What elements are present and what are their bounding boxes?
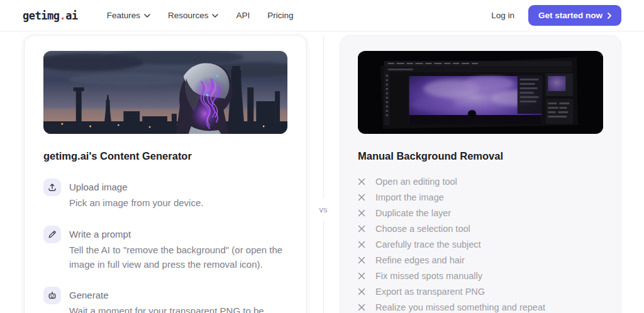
top-navigation-bar: getimg.ai Features Resources API Pricing… bbox=[0, 0, 644, 31]
step-generate: Generate Wait a moment for your transpar… bbox=[43, 287, 287, 313]
pencil-icon bbox=[43, 226, 61, 243]
list-item: Export as transparent PNG bbox=[358, 283, 603, 299]
get-started-label: Get started now bbox=[538, 11, 602, 20]
x-icon bbox=[358, 256, 365, 264]
step-description: Tell the AI to "remove the background" (… bbox=[69, 243, 287, 272]
main-nav: Features Resources API Pricing bbox=[107, 11, 294, 20]
content-generator-card: getimg.ai's Content Generator Upload ima… bbox=[24, 35, 307, 313]
step-description: Wait a moment for your transparent PNG t… bbox=[69, 304, 287, 313]
step-title: Generate bbox=[69, 287, 287, 300]
list-item-label: Refine edges and hair bbox=[375, 255, 465, 265]
x-icon bbox=[358, 272, 365, 280]
chevron-right-icon bbox=[608, 13, 611, 19]
x-icon bbox=[358, 288, 365, 295]
vertical-divider bbox=[323, 35, 324, 313]
list-item-label: Choose a selection tool bbox=[375, 224, 470, 234]
list-item: Refine edges and hair bbox=[358, 252, 603, 268]
comparison-section: getimg.ai's Content Generator Upload ima… bbox=[0, 31, 644, 313]
list-item-label: Carefully trace the subject bbox=[375, 239, 481, 250]
step-write-prompt: Write a prompt Tell the AI to "remove th… bbox=[43, 226, 287, 272]
get-started-button[interactable]: Get started now bbox=[528, 5, 621, 26]
list-item: Realize you missed something and repeat bbox=[358, 299, 603, 313]
list-item-label: Fix missed spots manually bbox=[375, 271, 482, 281]
logo-text-suffix: ai bbox=[65, 9, 77, 22]
list-item-label: Open an editing tool bbox=[375, 177, 457, 187]
content-generator-image bbox=[43, 51, 287, 134]
list-item: Open an editing tool bbox=[358, 173, 603, 189]
list-item: Import the image bbox=[358, 189, 603, 205]
chevron-down-icon bbox=[144, 14, 150, 18]
step-title: Write a prompt bbox=[69, 226, 287, 239]
list-item-label: Realize you missed something and repeat bbox=[375, 302, 545, 312]
logo-dot: . bbox=[59, 9, 65, 22]
upload-icon bbox=[43, 178, 61, 196]
x-icon bbox=[358, 209, 365, 217]
list-item-label: Import the image bbox=[375, 192, 444, 202]
list-item-label: Duplicate the layer bbox=[375, 208, 451, 218]
chevron-down-icon bbox=[212, 14, 218, 18]
logo-text: getimg bbox=[23, 9, 59, 22]
nav-label: API bbox=[236, 11, 250, 20]
nav-item-api[interactable]: API bbox=[236, 11, 250, 20]
step-upload-image: Upload image Pick an image from your dev… bbox=[43, 178, 287, 211]
steps-list: Upload image Pick an image from your dev… bbox=[43, 178, 287, 313]
list-item: Fix missed spots manually bbox=[358, 268, 603, 283]
step-title: Upload image bbox=[69, 178, 203, 192]
x-icon bbox=[358, 178, 365, 185]
manual-removal-card: Manual Background Removal Open an editin… bbox=[340, 35, 621, 313]
right-card-title: Manual Background Removal bbox=[358, 150, 603, 162]
robot-icon bbox=[43, 287, 61, 304]
nav-label: Pricing bbox=[267, 11, 293, 20]
left-card-title: getimg.ai's Content Generator bbox=[43, 150, 287, 162]
list-item-label: Export as transparent PNG bbox=[375, 287, 485, 297]
x-icon bbox=[358, 241, 365, 248]
list-item: Carefully trace the subject bbox=[358, 236, 603, 252]
manual-removal-image bbox=[358, 51, 603, 134]
header-actions: Log in Get started now bbox=[491, 5, 621, 26]
nav-item-pricing[interactable]: Pricing bbox=[267, 11, 293, 20]
vs-label: vs bbox=[318, 199, 329, 221]
getimg-logo[interactable]: getimg.ai bbox=[23, 9, 78, 22]
nav-item-resources[interactable]: Resources bbox=[168, 11, 219, 20]
list-item: Choose a selection tool bbox=[358, 221, 603, 236]
x-icon bbox=[358, 304, 365, 311]
nav-item-features[interactable]: Features bbox=[107, 11, 150, 20]
nav-label: Features bbox=[107, 11, 140, 20]
login-link[interactable]: Log in bbox=[491, 11, 514, 20]
list-item: Duplicate the layer bbox=[358, 205, 603, 221]
step-description: Pick an image from your device. bbox=[69, 196, 203, 211]
nav-label: Resources bbox=[168, 11, 209, 20]
x-icon bbox=[358, 194, 365, 201]
x-icon bbox=[358, 225, 365, 233]
manual-steps-list: Open an editing tool Import the image Du… bbox=[358, 173, 603, 313]
